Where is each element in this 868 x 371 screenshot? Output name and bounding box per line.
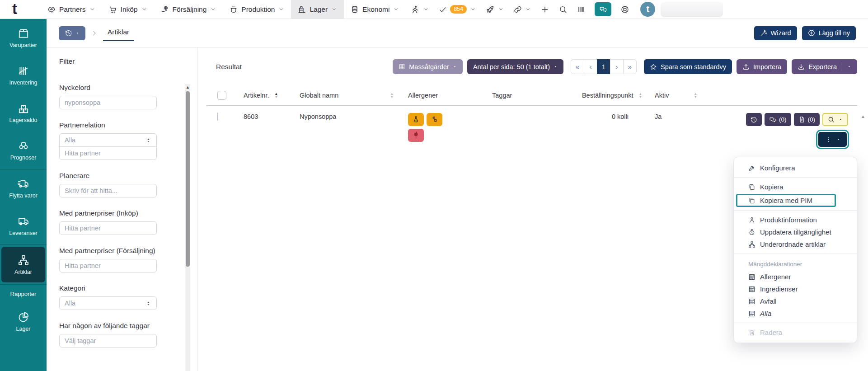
upload-icon [742,63,750,70]
pagination-first[interactable]: « [571,59,584,74]
warehouse-icon [298,5,306,14]
row-more-actions-button[interactable] [818,132,847,147]
user-avatar[interactable]: t [640,2,655,17]
sidebar-item-label: Inventering [9,80,38,86]
menu-divider [734,254,857,254]
menu-item-alla[interactable]: Alla [734,307,857,319]
pot-icon [230,5,238,14]
filter-title: Filter [59,57,197,66]
history-dropdown-button[interactable] [59,26,85,40]
sidebar-item-label: Lagersaldo [9,117,38,123]
sidebar-item-prognoser[interactable]: Prognoser [0,131,47,169]
scrollbar-up-arrow[interactable]: ▲ [185,84,190,90]
filter-scrollbar[interactable]: ▲ [185,84,190,371]
sidebar-item-artiklar[interactable]: Artiklar [1,247,45,282]
nav-item-inkop[interactable]: Inköp [102,0,154,19]
sidebar-item-lager-rapport[interactable]: Lager [0,303,47,340]
keyword-input[interactable] [59,96,157,109]
partner-relation-search-input[interactable] [59,146,157,160]
pagination-last[interactable]: » [623,59,637,74]
wheat-icon-badge[interactable] [408,129,424,142]
row-checkbox[interactable] [217,113,218,121]
sidebar-item-lagersaldo[interactable]: Lagersaldo [0,94,47,131]
trash-icon [748,329,755,336]
cell-global-name: Nyponsoppa [300,113,408,120]
sidebar-item-flytta-varor[interactable]: Flytta varor [0,169,47,207]
menu-item-konfigurera[interactable]: Konfigurera [734,162,857,174]
nav-label: Ekonomi [362,5,389,14]
coins-icon [351,5,359,14]
sidebar-item-inventering[interactable]: Inventering [0,56,47,94]
nav-item-integrations[interactable] [509,0,536,19]
row-comments-button[interactable]: (0) [765,113,791,126]
menu-item-label: Alla [760,310,771,317]
save-default-view-button[interactable]: Spara som standardvy [644,59,732,74]
column-label: Globalt namn [300,92,338,99]
partner-relation-select[interactable]: Alla [59,133,157,147]
search-button[interactable] [554,0,572,19]
chat-button[interactable] [595,2,611,16]
menu-item-kopiera[interactable]: Kopiera [734,181,857,193]
bulk-actions-button[interactable]: Massåtgärder [393,59,463,74]
nav-item-forsaljning[interactable]: Försäljning [154,0,223,19]
sidebar-item-label: Artiklar [14,269,32,275]
pagination-next[interactable]: › [610,59,624,74]
partner-prices-sales-input[interactable] [59,259,157,272]
category-select[interactable]: Alla [59,296,157,310]
abacus-icon [748,273,755,281]
sidebar-item-leveranser[interactable]: Leveranser [0,207,47,244]
menu-item-avfall[interactable]: Avfall [734,295,857,307]
add-new-button[interactable]: Lägg till ny [802,26,856,40]
wizard-button[interactable]: Wizard [754,26,797,40]
menu-item-uppdatera-tillganglighet[interactable]: Uppdatera tillgänglighet [734,226,857,238]
column-label: Taggar [492,92,512,99]
menu-item-allergener[interactable]: Allergener [734,271,857,283]
row-documents-button[interactable]: (0) [794,113,820,126]
sort-arrows[interactable] [390,92,394,99]
sort-arrows[interactable] [639,92,642,99]
peanut-icon-badge[interactable] [427,113,442,126]
menu-item-radera[interactable]: Radera [734,326,857,338]
filter-tags: Har någon av följande taggar [59,322,197,348]
nav-label: Inköp [121,5,138,14]
sort-arrows[interactable] [274,92,277,99]
menu-item-underordnade-artiklar[interactable]: Underordnade artiklar [734,238,857,250]
nav-item-launch[interactable] [481,0,509,19]
comments-count: (0) [779,116,787,123]
menu-item-ingredienser[interactable]: Ingredienser [734,283,857,295]
planner-input[interactable] [59,184,157,197]
barcode-button[interactable] [572,0,590,19]
sidebar-item-varupartier[interactable]: Varupartier [0,19,47,56]
breadcrumb-current[interactable]: Artiklar [103,25,134,41]
per-page-label: Antal per sida: 50 (1 totalt) [473,63,550,70]
per-page-button[interactable]: Antal per sida: 50 (1 totalt) [467,59,563,74]
select-all-checkbox[interactable] [217,91,226,100]
pagination-prev[interactable]: ‹ [584,59,597,74]
chevron-down-icon [470,6,476,12]
nav-item-activities[interactable] [406,0,434,19]
tags-input[interactable] [59,334,157,348]
scrollbar-thumb[interactable] [186,91,190,267]
menu-item-kopiera-med-pim[interactable]: Kopiera med PIM [736,194,836,207]
menu-item-produktinformation[interactable]: Produktinformation [734,214,857,226]
nav-item-ekonomi[interactable]: Ekonomi [344,0,406,19]
help-button[interactable] [616,0,634,19]
export-button[interactable]: Exportera [792,59,857,74]
flask-icon-badge[interactable] [408,113,424,126]
nav-item-lager[interactable]: Lager [291,0,344,19]
nav-item-tasks[interactable]: 854 [434,0,481,19]
sort-arrows[interactable] [694,92,697,99]
nav-item-partners[interactable]: Partners [41,0,102,19]
row-view-dropdown-button[interactable] [822,113,848,126]
nav-item-produktion[interactable]: Produktion [223,0,291,19]
results-title: Resultat [216,63,242,71]
app-logo[interactable]: t [12,0,17,19]
chevron-down-icon [89,6,95,12]
pagination-page-1[interactable]: 1 [597,59,610,74]
row-history-button[interactable] [746,113,762,126]
partner-prices-purchase-input[interactable] [59,221,157,235]
results-scroll-up-arrow[interactable]: ▲ [861,114,865,119]
quick-add-button[interactable] [536,0,554,19]
menu-item-label: Konfigurera [760,164,795,172]
import-button[interactable]: Importera [737,59,787,74]
